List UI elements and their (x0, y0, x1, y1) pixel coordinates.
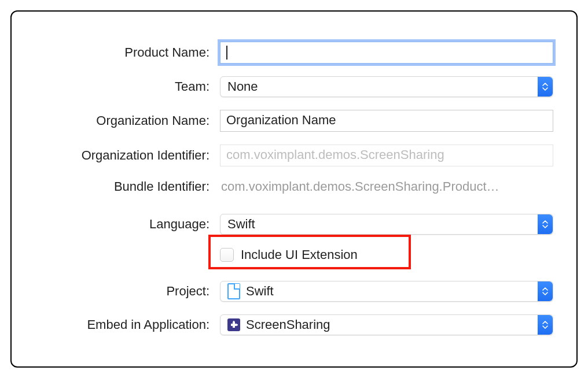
row-include-ui-extension: Include UI Extension (35, 247, 553, 262)
team-value: None (227, 79, 258, 94)
embed-in-application-select[interactable]: ScreenSharing (220, 314, 553, 335)
project-value: Swift (246, 284, 274, 299)
project-select[interactable]: Swift (220, 281, 553, 302)
row-embed-in-application: Embed in Application: ScreenSharing (35, 314, 553, 335)
label-bundle-identifier: Bundle Identifier: (35, 179, 220, 194)
svg-point-1 (236, 324, 238, 326)
language-value: Swift (227, 217, 255, 232)
language-select[interactable]: Swift (220, 214, 553, 235)
organization-name-input[interactable]: Organization Name (220, 110, 553, 132)
label-embed-in-application: Embed in Application: (35, 317, 220, 332)
row-project: Project: Swift (35, 281, 553, 302)
new-target-options-panel: Product Name: Team: None Organization Na… (10, 10, 578, 368)
svg-point-0 (233, 321, 235, 323)
product-name-input[interactable] (220, 42, 553, 64)
chevron-up-down-icon (538, 214, 553, 234)
label-language: Language: (35, 217, 220, 232)
organization-name-value: Organization Name (226, 113, 336, 127)
chevron-up-down-icon (538, 315, 553, 335)
text-caret (226, 46, 227, 60)
row-organization-name: Organization Name: Organization Name (35, 110, 553, 132)
row-product-name: Product Name: (35, 42, 553, 64)
label-project: Project: (35, 284, 220, 299)
chevron-up-down-icon (538, 281, 553, 301)
row-language: Language: Swift (35, 214, 553, 235)
team-select[interactable]: None (220, 76, 553, 97)
label-organization-identifier: Organization Identifier: (35, 148, 220, 163)
row-organization-identifier: Organization Identifier: com.voximplant.… (35, 144, 553, 166)
label-product-name: Product Name: (35, 45, 220, 60)
include-ui-extension-label[interactable]: Include UI Extension (241, 247, 358, 262)
embed-value: ScreenSharing (246, 317, 330, 332)
include-ui-extension-checkbox[interactable] (220, 248, 234, 262)
row-bundle-identifier: Bundle Identifier: com.voximplant.demos.… (35, 179, 553, 194)
label-organization-name: Organization Name: (35, 113, 220, 128)
bundle-identifier-value: com.voximplant.demos.ScreenSharing.Produ… (220, 179, 553, 194)
row-team: Team: None (35, 76, 553, 97)
organization-identifier-input[interactable]: com.voximplant.demos.ScreenSharing (220, 144, 553, 166)
xcode-project-icon (227, 285, 240, 298)
extension-app-icon (227, 318, 240, 331)
organization-identifier-placeholder: com.voximplant.demos.ScreenSharing (226, 147, 444, 162)
chevron-up-down-icon (538, 77, 553, 97)
label-team: Team: (35, 79, 220, 94)
